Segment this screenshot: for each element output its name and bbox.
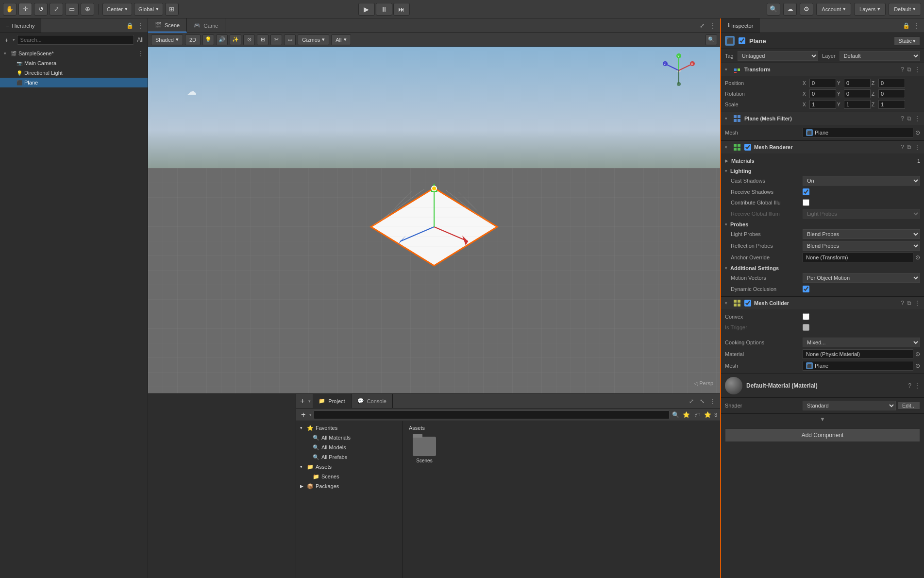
hand-tool-btn[interactable]: ✋ <box>3 3 17 16</box>
anchor-override-field[interactable]: None (Transform) <box>803 253 913 262</box>
inspector-tab[interactable]: ℹ Inspector <box>721 18 760 33</box>
cooking-options-select[interactable]: Mixed... <box>803 338 920 347</box>
transform-preset-btn[interactable]: ⧉ <box>907 66 911 73</box>
project-toolbar-arrow[interactable]: ▾ <box>309 412 312 417</box>
hierarchy-all-btn[interactable]: All <box>136 35 145 44</box>
collider-material-select-btn[interactable]: ⊙ <box>915 351 920 357</box>
light-probes-select[interactable]: Blend Probes <box>803 229 920 239</box>
hierarchy-item-directionallight[interactable]: 💡 Directional Light <box>0 68 148 78</box>
rect-tool-btn[interactable]: ▭ <box>65 3 79 16</box>
rot-z-input[interactable] <box>878 89 905 98</box>
scene-maximize-btn[interactable]: ⤢ <box>698 21 706 30</box>
is-trigger-checkbox[interactable] <box>803 324 809 331</box>
mesh-collider-help-btn[interactable]: ? <box>901 300 904 306</box>
hierarchy-lock-btn[interactable]: 🔒 <box>125 21 134 30</box>
project-add-arrow[interactable]: ▾ <box>308 394 311 408</box>
mesh-filter-mesh-select-btn[interactable]: ⊙ <box>915 129 920 136</box>
packages-tree-item[interactable]: ▶ 📦 Packages <box>296 481 403 491</box>
scenes-asset-item[interactable]: Scenes <box>407 435 442 465</box>
mesh-renderer-enabled[interactable] <box>744 144 751 151</box>
mesh-renderer-header[interactable]: ▾ Mesh Renderer ? ⧉ ⋮ <box>721 141 924 153</box>
scene-ico3[interactable]: ✂ <box>270 34 282 45</box>
rot-y-input[interactable] <box>844 89 871 98</box>
cast-shadows-select[interactable]: On <box>803 176 920 186</box>
hierarchy-tab[interactable]: ≡ Hierarchy <box>0 18 41 33</box>
space-btn[interactable]: Global ▾ <box>134 3 163 16</box>
all-materials-item[interactable]: 🔍 All Materials <box>296 433 403 442</box>
project-add-btn[interactable]: + <box>296 394 308 408</box>
shader-edit-btn[interactable]: Edit... <box>898 402 920 409</box>
scene-tab[interactable]: 🎬 Scene <box>148 18 187 33</box>
settings-btn[interactable]: ⚙ <box>800 3 813 16</box>
scene-ico4[interactable]: ▭ <box>284 34 296 45</box>
project-fav-btn[interactable]: ⭐ <box>682 410 691 419</box>
lighting-section[interactable]: ▾ Lighting <box>725 166 920 175</box>
shading-btn[interactable]: Shaded ▾ <box>151 34 183 45</box>
add-component-btn[interactable]: Add Component <box>725 428 920 442</box>
project-popout-btn[interactable]: ⤢ <box>687 397 696 406</box>
scene-search-btn[interactable]: 🔍 <box>706 34 717 45</box>
scene-all-btn[interactable]: All ▾ <box>331 34 351 45</box>
lighting-btn[interactable]: 💡 <box>202 34 214 45</box>
project-label-btn[interactable]: 🏷 <box>693 410 702 419</box>
project-more-btn[interactable]: ⋮ <box>708 397 717 406</box>
transform-more-btn[interactable]: ⋮ <box>914 66 920 73</box>
all-models-item[interactable]: 🔍 All Models <box>296 442 403 452</box>
gizmos-btn[interactable]: Gizmos ▾ <box>298 34 329 45</box>
collider-mesh-field[interactable]: ⬛ Plane <box>803 361 913 371</box>
receive-shadows-checkbox[interactable] <box>803 188 809 195</box>
dynamic-occlusion-checkbox[interactable] <box>803 286 809 292</box>
assets-tree-item[interactable]: ▾ 📁 Assets <box>296 462 403 472</box>
scale-y-input[interactable] <box>844 100 871 109</box>
mesh-renderer-help-btn[interactable]: ? <box>901 144 904 151</box>
mesh-filter-preset-btn[interactable]: ⧉ <box>907 115 911 122</box>
pos-x-input[interactable] <box>809 79 836 87</box>
scene-ico2[interactable]: ⊞ <box>257 34 269 45</box>
fx-btn[interactable]: ✨ <box>230 34 241 45</box>
step-btn[interactable]: ⏭ <box>393 3 410 16</box>
receive-gi-select[interactable]: Light Probes <box>803 209 920 219</box>
game-tab[interactable]: 🎮 Game <box>187 18 225 33</box>
inspector-more-btn[interactable]: ⋮ <box>912 21 921 30</box>
transform-header[interactable]: ▾ Transform ? ⧉ ⋮ <box>721 63 924 76</box>
mesh-collider-header[interactable]: ▾ Mesh Collider ? ⧉ ⋮ <box>721 297 924 309</box>
project-maximize-btn[interactable]: ⤡ <box>698 397 706 406</box>
search-btn[interactable]: 🔍 <box>767 3 780 16</box>
anchor-override-select-btn[interactable]: ⊙ <box>915 254 920 261</box>
layer-select[interactable]: Default <box>840 51 920 61</box>
additional-settings-section[interactable]: ▾ Additional Settings <box>725 263 920 272</box>
scene-more-btn[interactable]: ⋮ <box>708 21 717 30</box>
mesh-collider-more-btn[interactable]: ⋮ <box>914 300 920 306</box>
scene-ico1[interactable]: ⊙ <box>243 34 255 45</box>
scale-tool-btn[interactable]: ⤢ <box>50 3 63 16</box>
material-help-btn[interactable]: ? <box>908 382 911 389</box>
materials-section[interactable]: ▶ Materials <box>725 156 755 165</box>
project-search-input[interactable] <box>314 410 670 419</box>
collider-material-field[interactable]: None (Physic Material) <box>803 349 913 359</box>
2d-btn[interactable]: 2D <box>185 34 201 45</box>
collab-btn[interactable]: ☁ <box>783 3 797 16</box>
move-tool-btn[interactable]: ✛ <box>18 3 32 16</box>
mesh-filter-help-btn[interactable]: ? <box>901 115 904 122</box>
probes-section[interactable]: ▾ Probes <box>725 220 920 228</box>
hierarchy-more-btn[interactable]: ⋮ <box>136 21 145 30</box>
shader-select[interactable]: Standard <box>803 401 896 410</box>
contribute-gi-checkbox[interactable] <box>803 199 809 206</box>
scenes-tree-item[interactable]: 📁 Scenes <box>296 472 403 481</box>
hierarchy-item-maincamera[interactable]: 📷 Main Camera <box>0 58 148 68</box>
samplescene-more[interactable]: ⋮ <box>138 50 144 57</box>
pause-btn[interactable]: ⏸ <box>376 3 392 16</box>
mesh-filter-more-btn[interactable]: ⋮ <box>914 115 920 122</box>
mesh-renderer-more-btn[interactable]: ⋮ <box>914 144 920 151</box>
layers-btn[interactable]: Layers ▾ <box>854 3 886 16</box>
inspector-lock-btn[interactable]: 🔒 <box>902 21 910 30</box>
mesh-filter-mesh-field[interactable]: ⬛ Plane <box>803 128 913 137</box>
obj-active-checkbox[interactable] <box>739 37 745 44</box>
audio-btn[interactable]: 🔊 <box>216 34 228 45</box>
pos-y-input[interactable] <box>844 79 871 87</box>
convex-checkbox[interactable] <box>803 313 809 320</box>
favorites-tree-item[interactable]: ▾ ⭐ Favorites <box>296 423 403 433</box>
project-search-go-btn[interactable]: 🔍 <box>672 410 680 419</box>
reflection-probes-select[interactable]: Blend Probes <box>803 241 920 251</box>
expand-collapse-btn[interactable]: ▼ <box>820 416 825 423</box>
